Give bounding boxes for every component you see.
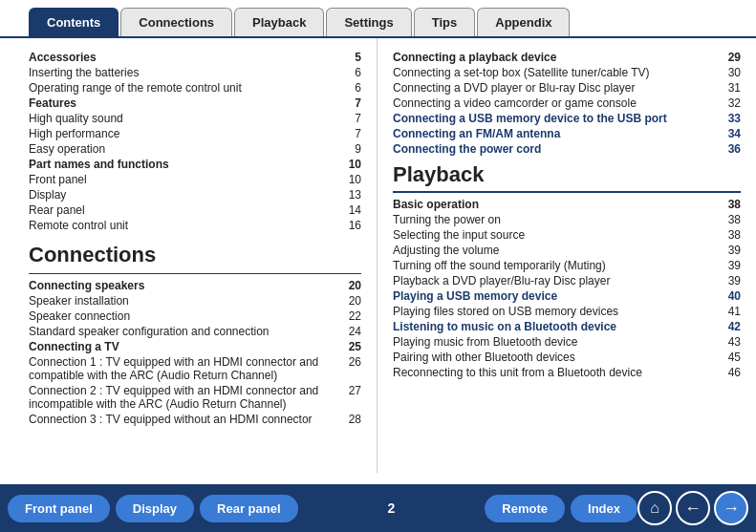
rear-panel-button[interactable]: Rear panel bbox=[200, 495, 297, 522]
remote-button[interactable]: Remote bbox=[485, 495, 565, 522]
list-item: Connection 3 : TV equipped without an HD… bbox=[29, 412, 361, 427]
power-cord-heading: Connecting the power cord 36 bbox=[393, 141, 741, 157]
list-item: High performance 7 bbox=[29, 126, 361, 141]
home-button[interactable]: ⌂ bbox=[637, 491, 672, 525]
connections-section-heading: Connections bbox=[29, 243, 361, 269]
list-item: Speaker installation 20 bbox=[29, 293, 361, 309]
tabs-bar: Contents Connections Playback Settings T… bbox=[0, 0, 756, 38]
bottom-bar: Front panel Display Rear panel 2 Remote … bbox=[0, 484, 756, 532]
nav-icons: ⌂ ← → bbox=[637, 491, 748, 525]
list-item: Connecting a set-top box (Satellite tune… bbox=[393, 65, 741, 80]
right-column: Connecting a playback device 29 Connecti… bbox=[378, 38, 756, 473]
list-item: Pairing with other Bluetooth devices 45 bbox=[393, 350, 741, 365]
list-item: Playing files stored on USB memory devic… bbox=[393, 304, 741, 319]
features-heading: Features 7 bbox=[29, 96, 361, 111]
basic-op-heading: Basic operation 38 bbox=[393, 197, 741, 212]
playback-big-heading: Playback bbox=[393, 162, 741, 193]
connecting-playback-heading: Connecting a playback device 29 bbox=[393, 50, 741, 65]
tab-connections[interactable]: Connections bbox=[120, 8, 232, 36]
list-item: Turning off the sound temporarily (Mutin… bbox=[393, 258, 741, 273]
list-item: Rear panel 14 bbox=[29, 202, 361, 218]
tab-settings[interactable]: Settings bbox=[326, 8, 411, 36]
list-item: Easy operation 9 bbox=[29, 141, 361, 157]
connecting-tv-heading: Connecting a TV 25 bbox=[29, 339, 361, 354]
tab-appendix[interactable]: Appendix bbox=[477, 8, 570, 36]
display-button[interactable]: Display bbox=[116, 495, 194, 522]
list-item: Connection 1 : TV equipped with an HDMI … bbox=[29, 354, 361, 383]
index-button[interactable]: Index bbox=[571, 495, 637, 522]
bottom-buttons-right: Remote Index bbox=[485, 495, 637, 522]
connecting-speakers-heading: Connecting speakers 20 bbox=[29, 278, 361, 293]
list-item: Connecting a video camcorder or game con… bbox=[393, 96, 741, 111]
back-button[interactable]: ← bbox=[676, 491, 710, 525]
list-item: Speaker connection 22 bbox=[29, 309, 361, 324]
fmam-heading: Connecting an FM/AM antenna 34 bbox=[393, 126, 741, 141]
list-item: Connection 2 : TV equipped with an HDMI … bbox=[29, 383, 361, 412]
list-item: Remote control unit 16 bbox=[29, 218, 361, 233]
bluetooth-heading: Listening to music on a Bluetooth device… bbox=[393, 319, 741, 334]
usb-memory-heading: Playing a USB memory device 40 bbox=[393, 288, 741, 304]
forward-button[interactable]: → bbox=[714, 491, 748, 525]
list-item: Operating range of the remote control un… bbox=[29, 80, 361, 96]
partnames-heading: Part names and functions 10 bbox=[29, 157, 361, 172]
page-number: 2 bbox=[298, 500, 486, 516]
list-item: Inserting the batteries 6 bbox=[29, 65, 361, 80]
list-item: High quality sound 7 bbox=[29, 111, 361, 126]
tab-tips[interactable]: Tips bbox=[414, 8, 476, 36]
list-item: Front panel 10 bbox=[29, 172, 361, 187]
left-column: Accessories 5 Inserting the batteries 6 … bbox=[0, 38, 378, 473]
content-area: Accessories 5 Inserting the batteries 6 … bbox=[0, 38, 756, 473]
list-item: Selecting the input source 38 bbox=[393, 227, 741, 243]
front-panel-button[interactable]: Front panel bbox=[8, 495, 110, 522]
list-item: Playing music from Bluetooth device 43 bbox=[393, 334, 741, 350]
accessories-label: Accessories bbox=[29, 51, 97, 64]
tab-playback[interactable]: Playback bbox=[234, 8, 324, 36]
accessories-heading: Accessories 5 bbox=[29, 50, 361, 65]
list-item: Adjusting the volume 39 bbox=[393, 243, 741, 258]
tab-contents[interactable]: Contents bbox=[29, 8, 119, 36]
bottom-buttons-left: Front panel Display Rear panel bbox=[8, 495, 298, 522]
list-item: Connecting a DVD player or Blu-ray Disc … bbox=[393, 80, 741, 96]
list-item: Standard speaker configuration and conne… bbox=[29, 324, 361, 339]
usb-port-heading: Connecting a USB memory device to the US… bbox=[393, 111, 741, 126]
list-item: Reconnecting to this unit from a Bluetoo… bbox=[393, 365, 741, 380]
list-item: Turning the power on 38 bbox=[393, 212, 741, 227]
list-item: Display 13 bbox=[29, 187, 361, 202]
accessories-page: 5 bbox=[355, 51, 361, 64]
list-item: Playback a DVD player/Blu-ray Disc playe… bbox=[393, 273, 741, 288]
